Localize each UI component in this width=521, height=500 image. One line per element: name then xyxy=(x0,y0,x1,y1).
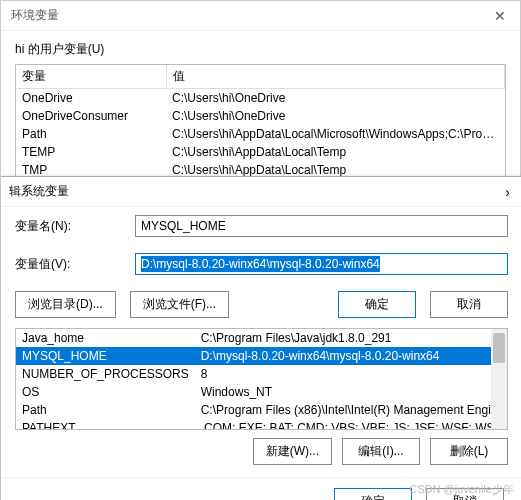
dialog-ok-button[interactable]: 确定 xyxy=(334,488,412,500)
cell-name: OneDriveConsumer xyxy=(16,107,166,125)
scrollbar[interactable] xyxy=(491,329,507,429)
table-row[interactable]: OSWindows_NT xyxy=(16,383,508,401)
modal-ok-button[interactable]: 确定 xyxy=(338,291,416,318)
cell-value: C:\Users\hi\AppData\Local\Temp xyxy=(166,143,505,161)
table-row[interactable]: OneDriveConsumerC:\Users\hi\OneDrive xyxy=(16,107,505,125)
cell-value: .COM;.EXE;.BAT;.CMD;.VBS;.VBE;.JS;.JSE;.… xyxy=(195,419,508,430)
system-vars-table[interactable]: Java_homeC:\Program Files\Java\jdk1.8.0_… xyxy=(15,328,508,430)
cell-name: Path xyxy=(16,401,195,419)
table-row[interactable]: NUMBER_OF_PROCESSORS8 xyxy=(16,365,508,383)
var-name-input[interactable] xyxy=(135,215,508,237)
watermark: CSDN @juvenile少年 xyxy=(409,482,514,497)
titlebar: 环境变量 ✕ xyxy=(1,1,520,31)
modal-title: 辑系统变量 xyxy=(9,183,69,200)
chevron-right-icon[interactable]: › xyxy=(501,180,514,204)
cell-value: C:\Users\hi\OneDrive xyxy=(166,107,505,125)
delete-button[interactable]: 删除(L) xyxy=(430,438,508,465)
browse-file-button[interactable]: 浏览文件(F)... xyxy=(130,291,229,318)
table-row[interactable]: PathC:\Program Files (x86)\Intel\Intel(R… xyxy=(16,401,508,419)
new-button[interactable]: 新建(W)... xyxy=(253,438,332,465)
col-name[interactable]: 变量 xyxy=(16,65,166,89)
cell-value: C:\Users\hi\AppData\Local\Microsoft\Wind… xyxy=(166,125,505,143)
cell-name: OneDrive xyxy=(16,89,166,108)
close-icon[interactable]: ✕ xyxy=(490,4,510,28)
cell-name: Path xyxy=(16,125,166,143)
cell-name: PATHEXT xyxy=(16,419,195,430)
cell-value: 8 xyxy=(195,365,508,383)
browse-dir-button[interactable]: 浏览目录(D)... xyxy=(15,291,116,318)
table-row[interactable]: Java_homeC:\Program Files\Java\jdk1.8.0_… xyxy=(16,329,508,347)
cell-name: Java_home xyxy=(16,329,195,347)
cell-name: TEMP xyxy=(16,143,166,161)
col-value[interactable]: 值 xyxy=(166,65,505,89)
cell-value: C:\Program Files\Java\jdk1.8.0_291 xyxy=(195,329,508,347)
cell-name: OS xyxy=(16,383,195,401)
table-row[interactable]: OneDriveC:\Users\hi\OneDrive xyxy=(16,89,505,108)
var-value-input[interactable]: D:\mysql-8.0.20-winx64\mysql-8.0.20-winx… xyxy=(135,253,508,275)
user-vars-table[interactable]: 变量 值 OneDriveC:\Users\hi\OneDriveOneDriv… xyxy=(15,64,506,186)
edit-button[interactable]: 编辑(I)... xyxy=(342,438,420,465)
cell-value: D:\mysql-8.0.20-winx64\mysql-8.0.20-winx… xyxy=(195,347,508,365)
table-row[interactable]: TEMPC:\Users\hi\AppData\Local\Temp xyxy=(16,143,505,161)
edit-system-variable-dialog: 辑系统变量 › 变量名(N): 变量值(V): D:\mysql-8.0.20-… xyxy=(1,176,521,500)
cell-value: C:\Users\hi\OneDrive xyxy=(166,89,505,108)
table-row[interactable]: PathC:\Users\hi\AppData\Local\Microsoft\… xyxy=(16,125,505,143)
scrollbar-thumb[interactable] xyxy=(493,333,505,363)
window-title: 环境变量 xyxy=(11,7,59,24)
env-variables-window: 环境变量 ✕ hi 的用户变量(U) 变量 值 OneDriveC:\Users… xyxy=(0,0,521,500)
var-value-label: 变量值(V): xyxy=(15,256,135,273)
cell-name: MYSQL_HOME xyxy=(16,347,195,365)
user-vars-label: hi 的用户变量(U) xyxy=(1,31,520,64)
table-row[interactable]: MYSQL_HOMED:\mysql-8.0.20-winx64\mysql-8… xyxy=(16,347,508,365)
cell-value: Windows_NT xyxy=(195,383,508,401)
cell-name: NUMBER_OF_PROCESSORS xyxy=(16,365,195,383)
table-row[interactable]: PATHEXT.COM;.EXE;.BAT;.CMD;.VBS;.VBE;.JS… xyxy=(16,419,508,430)
var-name-label: 变量名(N): xyxy=(15,218,135,235)
modal-cancel-button[interactable]: 取消 xyxy=(430,291,508,318)
cell-value: C:\Program Files (x86)\Intel\Intel(R) Ma… xyxy=(195,401,508,419)
modal-titlebar: 辑系统变量 › xyxy=(1,177,521,207)
